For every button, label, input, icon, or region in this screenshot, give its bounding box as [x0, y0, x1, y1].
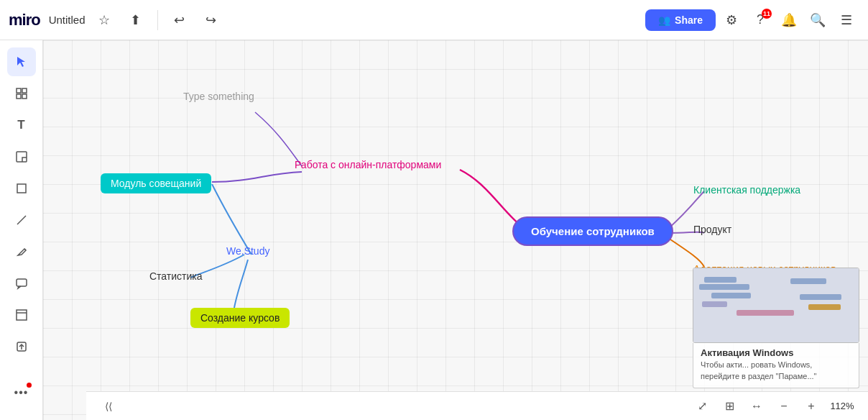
zoom-in-button[interactable]: + — [800, 396, 822, 417]
svg-rect-6 — [17, 184, 26, 193]
sidebar-item-comment[interactable] — [7, 269, 36, 298]
share-button[interactable]: 👥 Share — [645, 9, 716, 31]
node-modul-text: Модуль совещаний — [101, 173, 211, 193]
bell-button[interactable]: 🔔 — [776, 7, 802, 33]
redo-button[interactable]: ↪ — [198, 7, 224, 33]
minimap-bar — [711, 293, 751, 298]
minimap-bar — [790, 278, 826, 284]
grid-view-button[interactable]: ⊞ — [719, 396, 740, 417]
svg-rect-1 — [17, 88, 21, 93]
node-rabota-platform[interactable]: Работа с онлайн-платформами — [295, 159, 441, 170]
svg-marker-0 — [17, 57, 25, 67]
node-sozdanie-kursov[interactable]: Создание курсов — [190, 308, 290, 328]
minimap-bar — [800, 294, 841, 300]
sidebar-item-grid[interactable] — [7, 79, 36, 108]
menu-button[interactable]: ☰ — [834, 7, 859, 33]
svg-rect-10 — [17, 310, 27, 320]
undo-button[interactable]: ↩ — [167, 7, 193, 33]
settings-button[interactable]: ⚙ — [719, 7, 744, 33]
node-klientskaya[interactable]: Клиентская поддержка — [693, 184, 800, 196]
help-button[interactable]: ? 11 — [747, 7, 773, 33]
minimap-bar — [702, 301, 727, 307]
topbar-separator — [157, 10, 158, 30]
help-badge: 11 — [762, 9, 772, 19]
topbar: miro Untitled ☆ ⬆ ↩ ↪ 👥 Share ⚙ ? 11 🔔 🔍… — [0, 0, 868, 40]
minimap-bar — [699, 284, 749, 290]
text-icon: T — [17, 118, 24, 132]
minimap-content — [693, 268, 859, 342]
search-button[interactable]: 🔍 — [805, 7, 831, 33]
minimap-bar — [704, 277, 737, 283]
share-people-icon: 👥 — [658, 14, 670, 26]
node-we-study[interactable]: We.Study — [226, 245, 269, 257]
node-rabota-text: Работа с онлайн-платформами — [295, 159, 441, 170]
node-obuchenie-text: Обучение сотрудников — [512, 216, 673, 246]
fit-screen-button[interactable]: ⤢ — [691, 396, 713, 417]
fit-width-button[interactable]: ↔ — [746, 396, 767, 417]
zoom-out-button[interactable]: − — [773, 396, 795, 417]
board-title[interactable]: Untitled — [49, 14, 86, 26]
win-activate-desc: Чтобы акти... ровать Windows, перейдите … — [701, 360, 851, 382]
miro-logo: miro — [9, 11, 40, 29]
svg-rect-3 — [17, 94, 21, 99]
node-produkt[interactable]: Продукт — [693, 224, 731, 235]
svg-rect-5 — [17, 152, 27, 162]
collapse-sidebar-button[interactable]: ⟨⟨ — [98, 392, 119, 421]
sidebar-bottom: ••• — [7, 378, 36, 413]
svg-rect-4 — [22, 94, 27, 99]
sidebar-item-frame[interactable] — [7, 301, 36, 329]
topbar-right: 👥 Share ⚙ ? 11 🔔 🔍 ☰ — [645, 7, 859, 33]
minimap-bar — [737, 310, 794, 316]
sidebar-item-cursor[interactable] — [7, 47, 36, 76]
minimap-bar — [808, 304, 841, 310]
sidebar-item-line[interactable] — [7, 206, 36, 234]
node-sozdanie-text: Создание курсов — [190, 308, 290, 328]
node-statistika-text: Статистика — [149, 270, 203, 282]
more-icon: ••• — [14, 386, 29, 399]
sidebar-item-sticky[interactable] — [7, 142, 36, 171]
node-statistika[interactable]: Статистика — [149, 270, 203, 282]
node-westudy-text: We.Study — [226, 245, 269, 257]
node-obuchenie[interactable]: Обучение сотрудников — [512, 216, 673, 246]
share-label: Share — [675, 14, 703, 26]
sidebar-item-upload[interactable] — [7, 332, 36, 361]
sidebar: T — [0, 40, 43, 420]
node-type-something[interactable]: Type something — [183, 91, 254, 102]
canvas[interactable]: Type something Модуль совещаний Работа с… — [43, 40, 868, 420]
svg-line-8 — [24, 249, 26, 250]
sidebar-item-more[interactable]: ••• — [7, 378, 36, 407]
sidebar-item-pen[interactable] — [7, 237, 36, 266]
zoom-level[interactable]: 112% — [828, 401, 857, 411]
share-upload-button[interactable]: ⬆ — [123, 7, 149, 33]
svg-rect-9 — [17, 279, 27, 286]
win-activate-panel: Активация Windows Чтобы акти... ровать W… — [693, 343, 859, 388]
bottombar: ⟨⟨ ⤢ ⊞ ↔ − + 112% — [86, 391, 868, 420]
node-klientskaya-text: Клиентская поддержка — [693, 184, 800, 196]
node-produkt-text: Продукт — [693, 224, 731, 235]
node-modul-soveshchaniy[interactable]: Модуль совещаний — [101, 173, 211, 193]
sidebar-item-text[interactable]: T — [7, 111, 36, 140]
node-type-something-text: Type something — [183, 91, 254, 102]
minimap — [693, 268, 859, 343]
star-button[interactable]: ☆ — [91, 7, 117, 33]
svg-line-7 — [17, 216, 26, 224]
svg-rect-2 — [22, 88, 27, 93]
main-area: T — [0, 40, 868, 420]
win-activate-title: Активация Windows — [701, 347, 851, 358]
sidebar-item-shape[interactable] — [7, 174, 36, 203]
minimap-container: Активация Windows Чтобы акти... ровать W… — [693, 268, 859, 388]
